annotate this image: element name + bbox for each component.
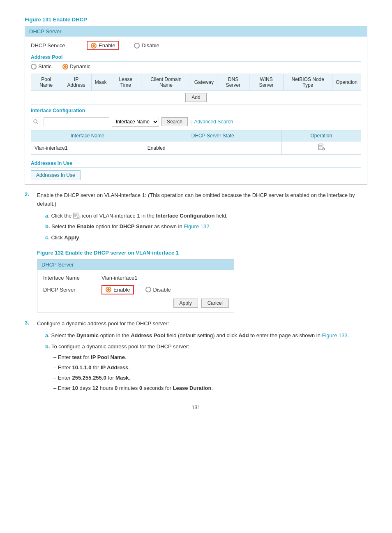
iface-name-row: Interface Name Vlan-interface1: [43, 275, 229, 281]
col-pool-name: Pool Name: [31, 74, 61, 91]
svg-point-13: [78, 217, 79, 218]
disable-option[interactable]: Disable: [134, 42, 159, 49]
svg-line-1: [37, 123, 38, 124]
figure-132-title: Figure 132 Enable the DHCP server on VLA…: [37, 250, 367, 256]
addresses-in-use-button[interactable]: Addresses In Use: [31, 170, 81, 180]
figure-132-section: Figure 132 Enable the DHCP server on VLA…: [37, 250, 367, 313]
figure132-link[interactable]: Figure 132: [184, 223, 209, 229]
advanced-search-link[interactable]: Advanced Search: [194, 119, 233, 125]
dynamic-label: Dynamic: [70, 63, 91, 70]
disable-radio[interactable]: [134, 43, 140, 49]
iface-state-cell: Enabled: [144, 141, 281, 155]
step-3-item: 3. Configure a dynamic address pool for …: [25, 320, 367, 394]
col-wins-server: WINS Server: [249, 74, 283, 91]
step-3-content: Configure a dynamic address pool for the…: [37, 320, 367, 394]
step-2b: b. Select the Enable option for DHCP Ser…: [45, 222, 367, 231]
interface-name-select[interactable]: Interface Name: [112, 117, 159, 127]
step-2b-bold1: Enable: [77, 223, 95, 229]
static-radio[interactable]: [31, 64, 37, 70]
sub4-text: Enter 10 days 12 hours 0 minutes 0 secon…: [58, 385, 213, 391]
dynamic-radio[interactable]: [62, 64, 68, 70]
svg-point-7: [323, 148, 324, 149]
iface-col-state: DHCP Server State: [144, 130, 281, 141]
search-input[interactable]: [44, 117, 109, 126]
dhcp-panel-header-131: DHCP Server: [25, 26, 367, 37]
step-2-text: Enable the DHCP server on VLAN-interface…: [37, 191, 367, 209]
col-client-domain: Client Domain Name: [141, 74, 191, 91]
step-2a-bold: Interface Configuration: [156, 213, 215, 219]
config-svg: [318, 144, 325, 151]
enable-radio[interactable]: [91, 43, 97, 49]
step-2c-letter: c.: [45, 234, 50, 241]
add-button[interactable]: Add: [185, 93, 206, 102]
disable-label: Disable: [141, 42, 159, 49]
address-pool-options: Static Dynamic: [31, 63, 361, 70]
col-ip-address: IP Address: [61, 74, 91, 91]
iface-col-name: Interface Name: [31, 130, 144, 141]
sub3-text: Enter 255.255.255.0 for Mask.: [58, 375, 130, 381]
apply-button-132[interactable]: Apply: [173, 299, 198, 308]
step2-text1: Enable the DHCP server on VLAN-interface…: [37, 192, 355, 207]
dhcp-service-row: DHCP Service Enable Disable: [31, 41, 361, 50]
enable-label: Enable: [99, 42, 115, 49]
sub1-bold: test: [72, 354, 82, 360]
dhcp-server-label-132: DHCP Server: [43, 287, 97, 293]
search-icon-wrap: [31, 118, 41, 126]
figure-131-section: Figure 131 Enable DHCP DHCP Server DHCP …: [25, 16, 367, 185]
step-2a-text1: Click the: [51, 213, 73, 219]
cancel-button-132[interactable]: Cancel: [201, 299, 229, 308]
iface-name-cell: Vlan-interface1: [31, 141, 144, 155]
enable-option-132[interactable]: Enable: [101, 285, 134, 294]
step-2-number: 2.: [25, 191, 33, 245]
step-3b-text: To configure a dynamic address pool for …: [51, 343, 189, 350]
enable-radio-132[interactable]: [106, 287, 111, 292]
step-2-content: Enable the DHCP server on VLAN-interface…: [37, 191, 367, 245]
step-3a: a. Select the Dynamic option in the Addr…: [45, 331, 367, 340]
col-lease-time: Lease Time: [110, 74, 141, 91]
step-3a-bold2: Address Pool: [131, 332, 165, 338]
col-netbios: NetBIOS Node Type: [284, 74, 332, 91]
disable-option-132[interactable]: Disable: [145, 287, 171, 293]
figure133-link[interactable]: Figure 133: [322, 332, 348, 338]
disable-label-132: Disable: [153, 287, 171, 293]
step-2b-letter: b.: [45, 223, 50, 229]
figure-131-title: Figure 131 Enable DHCP: [25, 16, 367, 23]
interface-config-section: Interface Configuration Interface Name S…: [31, 108, 361, 155]
iface-col-op: Operation: [281, 130, 361, 141]
disable-radio-132[interactable]: [145, 287, 151, 292]
search-button[interactable]: Search: [161, 117, 188, 126]
addresses-in-use-section: Addresses In Use Addresses In Use: [31, 160, 361, 180]
static-label: Static: [38, 63, 52, 70]
dynamic-option[interactable]: Dynamic: [62, 63, 91, 70]
step-2b-text: Select the Enable option for DHCP Server…: [51, 223, 211, 229]
step-2c-bold: Apply: [64, 234, 79, 241]
step-3-text: Configure a dynamic address pool for the…: [37, 320, 367, 328]
sub4-bold3: 0: [115, 385, 118, 391]
enable-option-selected[interactable]: Enable: [87, 41, 119, 50]
step-3b-letter: b.: [45, 343, 50, 350]
interface-table-row: Vlan-interface1 Enabled: [31, 141, 361, 155]
step-3a-bold3: Add: [238, 332, 249, 338]
addresses-in-use-label: Addresses In Use: [31, 160, 361, 168]
add-row: Add: [31, 91, 361, 104]
step-2-item: 2. Enable the DHCP server on VLAN-interf…: [25, 191, 367, 245]
col-mask: Mask: [91, 74, 110, 91]
static-option[interactable]: Static: [31, 63, 52, 70]
sub4-bold2: 12: [92, 385, 98, 391]
sub4-bold4: 0: [139, 385, 142, 391]
sub2-bold2: IP Address: [101, 364, 128, 371]
iface-op-cell: [281, 141, 361, 155]
step-3b: b. To configure a dynamic address pool f…: [45, 343, 367, 351]
sub3-bold: 255.255.255.0: [72, 375, 106, 381]
sub-item-2: Enter 10.1.1.0 for IP Address.: [53, 364, 367, 372]
col-dns-server: DNS Server: [217, 74, 249, 91]
step-3a-letter: a.: [45, 332, 50, 338]
step-2b-bold2: DHCP Server: [120, 223, 153, 229]
step-2a-text2: icon of VLAN-interface 1 in the Interfac…: [82, 213, 228, 219]
config-icon-inline: [73, 213, 81, 219]
step-3a-bold1: Dynamic: [76, 332, 99, 338]
interface-table: Interface Name DHCP Server State Operati…: [31, 130, 361, 155]
dhcp-server-panel-132: DHCP Server Interface Name Vlan-interfac…: [37, 259, 234, 313]
step-2c: c. Click Apply.: [45, 234, 367, 242]
config-icon[interactable]: [318, 146, 325, 152]
